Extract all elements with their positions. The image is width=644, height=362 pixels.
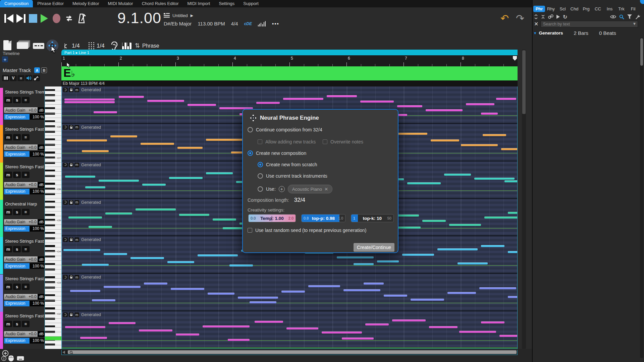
scroll-left-arrow-icon[interactable] <box>62 351 65 354</box>
track-solo-button[interactable]: s <box>13 209 21 215</box>
midi-note[interactable] <box>208 293 234 295</box>
midi-note[interactable] <box>402 254 434 256</box>
checkbox-allow-adding-tracks[interactable]: Allow adding new tracks <box>258 139 316 144</box>
track-solo-button[interactable]: s <box>13 134 21 140</box>
skip-to-end-button[interactable] <box>16 13 25 24</box>
midi-note[interactable] <box>82 150 109 152</box>
phrase-bars-value[interactable]: 2 Bars <box>574 30 588 36</box>
midi-note[interactable] <box>63 249 100 251</box>
sidebar-tab-rhy[interactable]: Rhy <box>545 6 557 12</box>
midi-note[interactable] <box>508 296 518 298</box>
song-bpm[interactable]: 113.00 BPM <box>198 21 225 26</box>
track-header[interactable]: Stereo Strings Fastms≡Audio Gain+0.0dBEx… <box>0 275 45 312</box>
temperature-slider[interactable]: 0.0 Temp: 1.00 2.0 <box>248 214 296 222</box>
track-header[interactable]: Stereo Strings Fastms≡Audio Gain+0.0dBEx… <box>0 237 45 274</box>
track-menu-button[interactable]: ≡ <box>22 284 30 290</box>
midi-note[interactable] <box>89 226 112 228</box>
midi-note[interactable] <box>437 248 478 250</box>
highlighted-key[interactable] <box>45 337 61 340</box>
expression-control[interactable]: Expression <box>4 338 30 344</box>
midi-note[interactable] <box>392 319 426 321</box>
song-title[interactable]: Untitled <box>172 13 188 18</box>
eye-icon[interactable] <box>610 15 616 19</box>
phrase-arrows-icon[interactable]: ⇅ <box>135 42 140 49</box>
audio-gain-control[interactable]: Audio Gain+0.0 <box>4 294 38 300</box>
midi-note[interactable] <box>179 214 209 216</box>
clip-loop-icon[interactable]: C <box>63 163 68 167</box>
track-solo-button[interactable]: s <box>13 246 21 252</box>
midi-note[interactable] <box>94 111 117 113</box>
create-continue-button[interactable]: Create/Continue <box>354 243 394 252</box>
track-mute-button[interactable]: m <box>4 209 12 215</box>
midi-note[interactable] <box>397 105 422 107</box>
midi-note[interactable] <box>80 337 107 339</box>
option-use-current-instruments[interactable]: Use current track instruments <box>258 173 327 179</box>
piano-view-icon[interactable] <box>121 43 131 49</box>
midi-note[interactable] <box>426 109 463 111</box>
redo-button[interactable]: ↷ <box>516 13 524 23</box>
midi-note[interactable] <box>508 212 518 214</box>
menu-item-midi-mutator[interactable]: MIDI Mutator <box>104 0 138 7</box>
vertical-scrollbar[interactable] <box>522 50 526 349</box>
new-file-icon[interactable] <box>3 40 11 50</box>
track-mute-button[interactable]: m <box>4 321 12 327</box>
keyboard-help-icon[interactable] <box>17 356 24 361</box>
clip-loop-icon[interactable]: C <box>63 125 68 130</box>
clip-mute-icon[interactable]: m <box>74 200 79 205</box>
midi-note[interactable] <box>144 283 167 285</box>
master-velocity-icon[interactable]: V <box>10 75 17 81</box>
chord-region[interactable]: E♭ <box>61 66 518 80</box>
midi-note[interactable] <box>431 139 459 141</box>
clip-lock-icon[interactable] <box>69 237 73 242</box>
midi-note[interactable] <box>130 257 164 259</box>
sidebar-tab-prg[interactable]: Prg <box>580 6 592 12</box>
midi-note[interactable] <box>283 98 323 100</box>
option-use-instrument[interactable]: Use: + Acoustic Piano✕ <box>258 185 332 193</box>
part-breadcrumb[interactable]: Part 1 ▸ Line 1 <box>61 50 518 55</box>
master-speaker-icon[interactable] <box>25 75 32 81</box>
phrase-mode-label[interactable]: Phrase <box>142 43 159 49</box>
clip-mute-icon[interactable]: m <box>74 237 79 242</box>
sidebar-tab-chd[interactable]: Chd <box>569 6 580 12</box>
expression-control[interactable]: Expression <box>4 114 30 120</box>
track-menu-button[interactable]: ≡ <box>22 134 30 140</box>
song-title-caret-icon[interactable]: ▶ <box>191 13 193 18</box>
track-menu-button[interactable]: ≡ <box>22 209 30 215</box>
piano-keyboard[interactable]: C8C7C6C5C4C3C2 <box>45 86 61 349</box>
clip-loop-icon[interactable]: C <box>63 275 68 280</box>
expand-all-icon[interactable] <box>541 14 545 19</box>
midi-note[interactable] <box>508 251 518 253</box>
horizontal-scrollbar[interactable] <box>61 350 518 355</box>
record-button[interactable] <box>52 13 61 24</box>
generators-chevron-icon[interactable]: ▾ <box>534 31 536 36</box>
clip-loop-icon[interactable]: C <box>63 200 68 205</box>
audio-gain-control[interactable]: Audio Gain+0.0 <box>4 219 38 225</box>
track-menu-button[interactable]: ≡ <box>22 246 30 252</box>
master-menu-icon[interactable]: ≡ <box>17 75 24 81</box>
midi-note[interactable] <box>474 178 515 180</box>
expression-control[interactable]: Expression <box>4 301 30 306</box>
midi-note[interactable] <box>169 177 203 179</box>
midi-note[interactable] <box>308 285 340 287</box>
midi-note[interactable] <box>104 253 127 255</box>
midi-note[interactable] <box>147 100 184 102</box>
midi-note[interactable] <box>342 338 374 340</box>
midi-note[interactable] <box>360 101 394 103</box>
midi-note[interactable] <box>501 148 518 150</box>
midi-note[interactable] <box>64 99 115 101</box>
expression-control[interactable]: Expression <box>4 151 30 157</box>
midi-note[interactable] <box>459 331 496 333</box>
search-input[interactable] <box>541 21 638 27</box>
midi-note[interactable] <box>504 180 518 182</box>
midi-note[interactable] <box>250 301 276 303</box>
master-a-button[interactable]: A <box>34 67 40 73</box>
audio-gain-control[interactable]: Audio Gain+0.0 <box>4 107 38 113</box>
midi-note[interactable] <box>171 288 204 290</box>
midi-note[interactable] <box>481 321 504 323</box>
midi-note[interactable] <box>337 256 374 258</box>
checkbox-overwrite-notes[interactable]: Overwrite notes <box>323 139 363 144</box>
midi-note[interactable] <box>394 133 427 135</box>
midi-note[interactable] <box>206 172 233 174</box>
clip-mute-icon[interactable]: m <box>74 163 79 167</box>
midi-note[interactable] <box>136 208 176 210</box>
